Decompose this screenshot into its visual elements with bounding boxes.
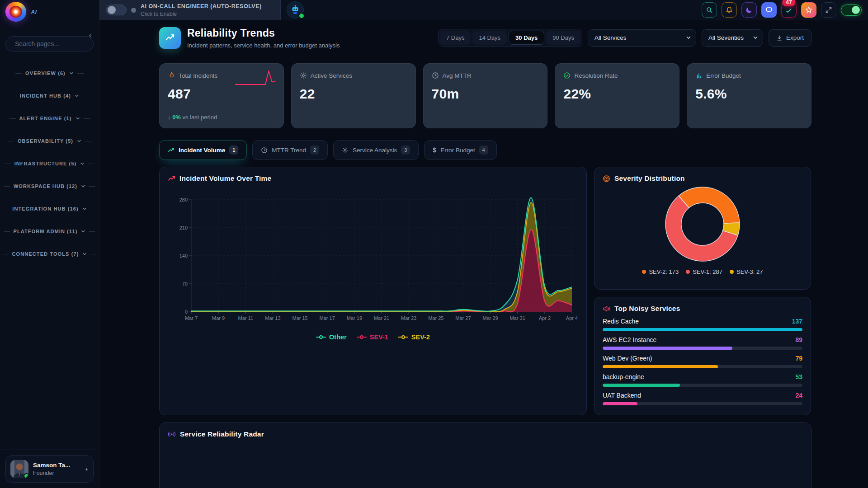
- noisy-service-row: Redis Cache137: [603, 318, 802, 331]
- sidebar-search: [5, 36, 94, 52]
- logo-ai-label: AI: [31, 9, 37, 15]
- kpi-delta: ↓ 0% vs last period: [168, 114, 217, 121]
- incidents-sparkline: [235, 69, 276, 87]
- fullscreen-button[interactable]: [821, 2, 836, 18]
- flame-icon: [168, 72, 175, 79]
- logo-icon: [5, 2, 26, 22]
- range-30-days-button[interactable]: 30 Days: [509, 31, 544, 45]
- range-14-days-button[interactable]: 14 Days: [472, 31, 507, 45]
- search-input[interactable]: [15, 40, 97, 47]
- svg-text:Mar 17: Mar 17: [320, 315, 335, 321]
- range-90-days-button[interactable]: 90 Days: [546, 31, 580, 45]
- user-profile[interactable]: Samson Ta... Founder ▲: [5, 455, 94, 483]
- tab-incident-volume[interactable]: Incident Volume 1: [159, 140, 247, 160]
- notifications-button[interactable]: [722, 2, 737, 18]
- dark-mode-button[interactable]: [741, 2, 757, 18]
- svg-text:Mar 27: Mar 27: [455, 315, 471, 321]
- legend-sev1[interactable]: SEV-1: [357, 333, 388, 341]
- svg-text:Mar 15: Mar 15: [292, 315, 307, 321]
- sidebar-item-integration-hub[interactable]: INTEGRATION HUB (16): [0, 197, 99, 220]
- legend-other[interactable]: Other: [316, 333, 347, 341]
- search-button[interactable]: [702, 2, 717, 18]
- tab-service-analysis[interactable]: Service Analysis 3: [333, 140, 419, 160]
- svg-text:Mar 23: Mar 23: [401, 315, 416, 321]
- chevron-down-icon: [80, 162, 85, 165]
- clock-icon: [261, 147, 268, 154]
- tab-error-budget[interactable]: $ Error Budget 4: [424, 140, 496, 160]
- chart-title: Service Reliability Radar: [180, 430, 264, 438]
- chart-title: Top Noisy Services: [614, 305, 680, 313]
- notification-count-badge: 47: [782, 0, 795, 6]
- broadcast-icon: [168, 430, 176, 438]
- incident-volume-panel: Incident Volume Over Time 070140210280Ma…: [159, 167, 587, 415]
- noisy-service-row: AWS EC2 Instance89: [603, 336, 802, 350]
- export-button[interactable]: Export: [769, 29, 811, 47]
- view-tabs: Incident Volume 1 MTTR Trend 2 Service A…: [159, 140, 811, 160]
- severity-distribution-panel: Severity Distribution SEV-2: 173SEV-1: 2…: [594, 167, 811, 290]
- kpi-total-incidents: Total Incidents 487 ↓ 0% vs last period: [159, 63, 284, 128]
- svg-text:280: 280: [179, 197, 188, 202]
- kpi-error-budget: Error Budget 5.6%: [687, 63, 811, 128]
- topbar: AI ON-CALL ENGINEER (AUTO-RESOLVE) Click…: [99, 0, 868, 20]
- chevron-down-icon: [81, 184, 85, 188]
- resolved-check-icon: [785, 6, 793, 14]
- kpi-resolution-rate: Resolution Rate 22%: [555, 63, 679, 128]
- ai-oncall-toggle-section[interactable]: AI ON-CALL ENGINEER (AUTO-RESOLVE) Click…: [99, 0, 280, 20]
- favorites-button[interactable]: [801, 2, 816, 18]
- robot-icon: [290, 5, 300, 15]
- svg-text:Mar 31: Mar 31: [510, 315, 525, 321]
- tab-mttr-trend[interactable]: MTTR Trend 2: [252, 140, 328, 160]
- svg-text:Mar 29: Mar 29: [482, 315, 498, 321]
- main-content: Reliability Trends Incident patterns, se…: [99, 20, 868, 488]
- sidebar-item-infrastructure[interactable]: INFRASTRUCTURE (5): [0, 152, 99, 175]
- app-logo[interactable]: AI: [0, 0, 99, 23]
- svg-text:Mar 13: Mar 13: [265, 315, 280, 321]
- svg-text:140: 140: [179, 253, 188, 258]
- caret-down-icon: [686, 36, 691, 39]
- ai-assistant-button[interactable]: [287, 2, 303, 18]
- noisy-service-row: backup-engine53: [603, 373, 802, 387]
- donut-legend: SEV-2: 173SEV-1: 287SEV-3: 27: [603, 268, 802, 275]
- legend-sev2[interactable]: SEV-2: [398, 333, 430, 341]
- chart-legend: Other SEV-1 SEV-2: [168, 333, 578, 341]
- megaphone-icon: [603, 305, 610, 313]
- sidebar-item-connected-tools[interactable]: CONNECTED TOOLS (7): [0, 243, 99, 265]
- noisy-service-row: Web Dev (Green)79: [603, 355, 802, 368]
- chevron-down-icon: [82, 252, 87, 256]
- donut-legend-item: SEV-1: 287: [686, 268, 722, 275]
- trending-up-icon: [168, 175, 175, 183]
- caret-down-icon: [753, 36, 758, 39]
- progress-bar: [603, 402, 802, 405]
- svg-text:210: 210: [179, 225, 188, 230]
- ai-toggle-title: AI ON-CALL ENGINEER (AUTO-RESOLVE): [141, 3, 262, 9]
- progress-bar: [603, 384, 802, 387]
- trending-up-icon: [168, 147, 175, 154]
- tab-badge: 2: [310, 145, 319, 155]
- range-7-days-button[interactable]: 7 Days: [440, 31, 471, 45]
- ai-oncall-toggle[interactable]: [106, 5, 127, 15]
- service-reliability-radar-panel: Service Reliability Radar: [159, 422, 811, 488]
- incidents-button[interactable]: 47: [781, 2, 797, 18]
- sidebar: AI OVERVIEW (6) INCIDENT HUB (4) ALERT E…: [0, 0, 99, 488]
- sidebar-item-incident-hub[interactable]: INCIDENT HUB (4): [0, 84, 99, 107]
- kpi-avg-mttr: Avg MTTR 70m: [423, 63, 548, 128]
- svg-text:Mar 11: Mar 11: [238, 315, 253, 321]
- online-status-dot: [24, 473, 28, 478]
- services-filter-select[interactable]: All Services: [588, 29, 696, 47]
- chat-button[interactable]: [761, 2, 777, 18]
- trending-up-icon: [165, 33, 175, 43]
- sidebar-item-overview[interactable]: OVERVIEW (6): [0, 62, 99, 84]
- severities-filter-select[interactable]: All Severities: [702, 29, 763, 47]
- page-subtitle: Incident patterns, service health, and e…: [187, 42, 340, 49]
- sidebar-collapse-button[interactable]: [86, 32, 94, 40]
- svg-text:Mar 7: Mar 7: [185, 315, 198, 321]
- page-title: Reliability Trends: [187, 27, 340, 39]
- sidebar-item-alert-engine[interactable]: ALERT ENGINE (1): [0, 107, 99, 130]
- severity-donut-chart: [662, 183, 743, 265]
- theme-toggle[interactable]: [841, 5, 862, 16]
- sidebar-item-workspace-hub[interactable]: WORKSPACE HUB (12): [0, 175, 99, 197]
- sidebar-item-observability[interactable]: OBSERVABILITY (5): [0, 130, 99, 152]
- tab-badge: 4: [479, 145, 488, 155]
- sidebar-item-platform-admin[interactable]: PLATFORM ADMIN (11): [0, 220, 99, 243]
- sidebar-nav: OVERVIEW (6) INCIDENT HUB (4) ALERT ENGI…: [0, 59, 99, 265]
